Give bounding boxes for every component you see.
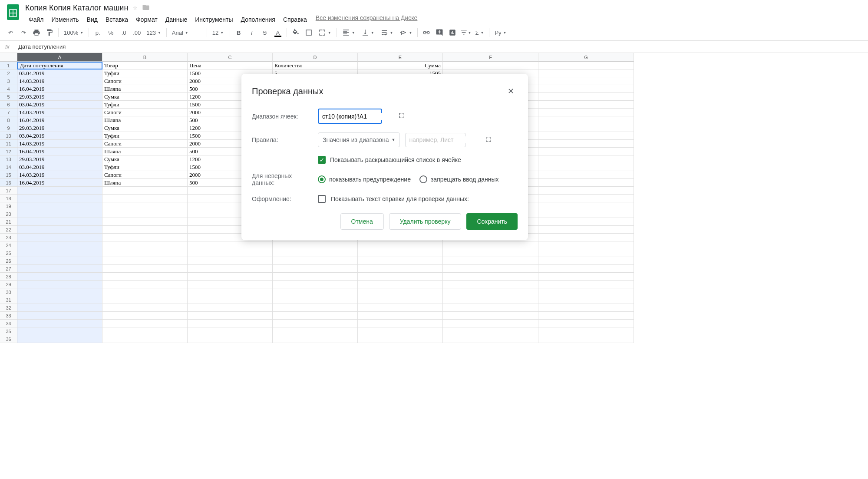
cell[interactable] <box>102 249 188 257</box>
cell[interactable] <box>273 273 358 281</box>
cell[interactable] <box>538 210 634 218</box>
row-header[interactable]: 24 <box>0 241 17 249</box>
cell[interactable] <box>538 257 634 265</box>
cell[interactable] <box>358 288 443 296</box>
cell[interactable] <box>188 335 273 343</box>
row-header[interactable]: 14 <box>0 163 17 171</box>
cell[interactable]: Туфли <box>102 101 188 109</box>
cell[interactable] <box>17 265 102 273</box>
cell[interactable] <box>17 281 102 288</box>
save-button[interactable]: Сохранить <box>466 213 518 230</box>
cell[interactable] <box>538 226 634 234</box>
row-header[interactable]: 16 <box>0 179 17 187</box>
cell[interactable] <box>538 202 634 210</box>
cell[interactable]: Туфли <box>102 69 188 77</box>
filter-icon[interactable]: ▼ <box>459 26 472 39</box>
row-header[interactable]: 7 <box>0 109 17 116</box>
cell[interactable] <box>538 140 634 148</box>
cell[interactable] <box>538 288 634 296</box>
row-header[interactable]: 25 <box>0 249 17 257</box>
cell[interactable]: Сапоги <box>102 77 188 85</box>
cell[interactable] <box>538 109 634 116</box>
cell[interactable]: Шляпа <box>102 179 188 187</box>
row-header[interactable]: 10 <box>0 132 17 140</box>
cell[interactable] <box>273 257 358 265</box>
rules-range-input[interactable] <box>409 136 485 143</box>
cell[interactable] <box>538 320 634 327</box>
cell[interactable] <box>443 296 538 304</box>
cell[interactable] <box>538 148 634 155</box>
cell[interactable]: Шляпа <box>102 116 188 124</box>
help-text-checkbox[interactable] <box>318 195 326 203</box>
bold-icon[interactable]: B <box>233 26 245 39</box>
cell[interactable] <box>17 195 102 202</box>
cell[interactable] <box>188 241 273 249</box>
cell[interactable] <box>443 249 538 257</box>
row-header[interactable]: 9 <box>0 124 17 132</box>
cell[interactable] <box>538 85 634 93</box>
row-header[interactable]: 18 <box>0 195 17 202</box>
vertical-align-icon[interactable]: ▼ <box>359 27 377 38</box>
cell[interactable] <box>273 249 358 257</box>
borders-icon[interactable] <box>303 26 315 39</box>
menu-addons[interactable]: Дополнения <box>238 14 279 25</box>
merge-cells-icon[interactable]: ▼ <box>316 27 334 38</box>
row-header[interactable]: 8 <box>0 116 17 124</box>
row-header[interactable]: 20 <box>0 210 17 218</box>
radio-reject[interactable] <box>419 175 427 183</box>
cell[interactable] <box>17 202 102 210</box>
cell[interactable] <box>17 327 102 335</box>
cell[interactable] <box>102 241 188 249</box>
cell[interactable]: Сумка <box>102 93 188 101</box>
cell[interactable] <box>188 249 273 257</box>
cell[interactable] <box>273 288 358 296</box>
cell[interactable] <box>538 124 634 132</box>
cell[interactable] <box>443 288 538 296</box>
cell[interactable]: 16.04.2019 <box>17 85 102 93</box>
functions-icon[interactable]: Σ▼ <box>472 28 486 38</box>
cell[interactable]: 16.04.2019 <box>17 179 102 187</box>
cell[interactable] <box>273 312 358 320</box>
cancel-button[interactable]: Отмена <box>340 213 384 230</box>
cell[interactable] <box>538 101 634 109</box>
col-header-C[interactable]: C <box>188 53 273 62</box>
sheets-logo-icon[interactable] <box>4 3 22 21</box>
cell[interactable] <box>188 304 273 312</box>
cell[interactable] <box>273 335 358 343</box>
cell[interactable]: Товар <box>102 62 188 69</box>
cell[interactable] <box>188 327 273 335</box>
cell[interactable] <box>102 226 188 234</box>
cell[interactable] <box>538 195 634 202</box>
font-dropdown[interactable]: Arial▼ <box>169 28 204 38</box>
row-header[interactable]: 29 <box>0 281 17 288</box>
cell[interactable] <box>443 241 538 249</box>
cell[interactable]: 03.04.2019 <box>17 69 102 77</box>
cell[interactable]: Сумма <box>358 62 443 69</box>
cell[interactable] <box>358 327 443 335</box>
increase-decimal-button[interactable]: .00 <box>131 26 143 39</box>
cell[interactable] <box>102 335 188 343</box>
currency-button[interactable]: р. <box>92 26 104 39</box>
menu-tools[interactable]: Инструменты <box>191 14 236 25</box>
cell[interactable] <box>102 281 188 288</box>
select-range-icon[interactable] <box>398 112 405 120</box>
print-icon[interactable] <box>30 26 43 39</box>
cell[interactable] <box>102 304 188 312</box>
cell[interactable]: 03.04.2019 <box>17 101 102 109</box>
row-header[interactable]: 35 <box>0 327 17 335</box>
save-status[interactable]: Все изменения сохранены на Диске <box>316 14 418 25</box>
cell[interactable] <box>538 69 634 77</box>
cell[interactable] <box>102 202 188 210</box>
row-header[interactable]: 30 <box>0 288 17 296</box>
cell[interactable]: 14.03.2019 <box>17 171 102 179</box>
col-header-G[interactable]: G <box>538 53 634 62</box>
cell[interactable] <box>538 234 634 241</box>
menu-view[interactable]: Вид <box>83 14 101 25</box>
cell[interactable]: Сапоги <box>102 171 188 179</box>
cell[interactable] <box>273 320 358 327</box>
cell[interactable]: 03.04.2019 <box>17 132 102 140</box>
cell[interactable] <box>538 62 634 69</box>
row-header[interactable]: 21 <box>0 218 17 226</box>
cell[interactable] <box>538 281 634 288</box>
cell[interactable] <box>17 241 102 249</box>
